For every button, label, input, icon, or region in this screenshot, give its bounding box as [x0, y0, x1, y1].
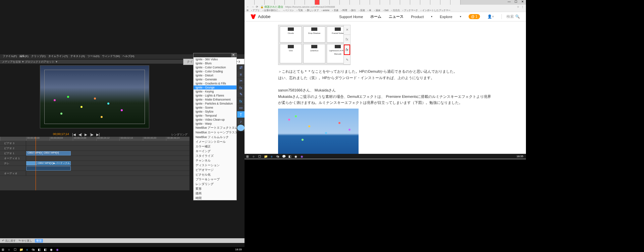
- close-icon[interactable]: ✕: [519, 0, 526, 5]
- nav-product[interactable]: Product: [411, 15, 424, 19]
- bookmark-item[interactable]: ▫ アプリ: [251, 9, 260, 12]
- fx-item[interactable]: NewBlue アートエフェクトエレメント: [194, 126, 236, 130]
- bookmark-item[interactable]: ▫ ブックマーク: [402, 9, 418, 12]
- bookmark-item[interactable]: ▫ Dell: [383, 9, 389, 11]
- close-icon[interactable]: ✕: [231, 53, 236, 57]
- nav-news[interactable]: ニュース: [389, 14, 404, 19]
- browser-tab[interactable]: [285, 0, 295, 5]
- windows-taskbar-right[interactable]: ⊞ ○ ☐ 📁 e 🛍 💬 ◧ ◉ ◉ 18:35: [245, 154, 526, 159]
- adjust-icon[interactable]: ✎: [237, 91, 245, 98]
- track-voice-label[interactable]: ナレ: [0, 161, 26, 166]
- titles-icon[interactable]: ≡: [237, 71, 245, 78]
- chat-icon[interactable]: 💬: [281, 154, 287, 159]
- menu-help[interactable]: ヘルプ(H): [121, 54, 136, 59]
- browser-tab[interactable]: [400, 0, 410, 5]
- menu-edit[interactable]: 編集(E): [18, 54, 30, 59]
- browser-tab[interactable]: [245, 0, 255, 5]
- bookmark-item[interactable]: ▫ 新しいタブ: [306, 9, 319, 12]
- adobe-logo[interactable]: Adobe: [251, 14, 271, 19]
- cortana-icon[interactable]: ○: [6, 247, 12, 252]
- browser-tab[interactable]: [430, 0, 440, 5]
- goto-end-button[interactable]: ▶|: [96, 133, 100, 136]
- app-icon[interactable]: ◧: [36, 247, 42, 252]
- search-box[interactable]: 検索 🔍: [501, 14, 520, 19]
- cortana-icon[interactable]: ○: [251, 154, 257, 159]
- browser-tab[interactable]: [305, 0, 315, 5]
- chrome-icon[interactable]: ◉: [48, 247, 54, 252]
- bookmark-item[interactable]: ▫ 温泉: [374, 9, 380, 12]
- browser-tab[interactable]: [265, 0, 275, 5]
- undo-button[interactable]: ↶ 元に戻す: [2, 239, 16, 243]
- fx-item[interactable]: ディストーション: [194, 163, 236, 168]
- store-icon[interactable]: 🛍: [30, 247, 36, 252]
- fx-item[interactable]: Ignite - Warp: [194, 122, 236, 126]
- explorer-icon[interactable]: 📁: [18, 247, 24, 252]
- fx-item[interactable]: Ignite - Grunge: [194, 85, 236, 89]
- browser-tab[interactable]: [255, 0, 265, 5]
- fx-item[interactable]: ビデオマージ: [194, 168, 236, 173]
- step-fwd-button[interactable]: |▶: [90, 133, 94, 136]
- time-ruler[interactable]: 00;00;00;00 00;00;08;04 00;00;16;08 00;0…: [0, 137, 190, 141]
- notification-badge[interactable]: @ 1: [469, 14, 480, 19]
- browser-tab[interactable]: [390, 0, 400, 5]
- bookmark-item[interactable]: ▫ adobe: [321, 9, 329, 11]
- browser-tab[interactable]: [320, 0, 330, 5]
- text-icon[interactable]: T: [237, 111, 245, 118]
- browser-tab[interactable]: [370, 0, 380, 5]
- browser-tab[interactable]: [340, 0, 350, 5]
- fx-item[interactable]: Ignite - Color Correction: [194, 65, 236, 69]
- browser-tab-active[interactable]: [315, 0, 320, 5]
- browser-tab[interactable]: [440, 0, 450, 5]
- track-v3-label[interactable]: ビデオ 3: [0, 141, 26, 145]
- fx2-icon[interactable]: fx: [237, 98, 245, 105]
- playhead[interactable]: [36, 137, 36, 190]
- minimize-icon[interactable]: —: [506, 0, 513, 5]
- fx-item[interactable]: スタイライズ: [194, 154, 236, 159]
- fx-item[interactable]: レンダリング: [194, 182, 236, 187]
- fx-item[interactable]: カラー補正: [194, 144, 236, 149]
- fx-item[interactable]: Ignite - Scene: [194, 106, 236, 110]
- bookmark-item[interactable]: ▫ 旅行: [350, 9, 356, 12]
- menu-window[interactable]: ウィンドウ(W): [101, 54, 121, 59]
- menu-text[interactable]: テキスト(X): [69, 54, 86, 59]
- fx-item[interactable]: Ignite - Blurs: [194, 61, 236, 65]
- back-icon[interactable]: ←: [247, 5, 249, 8]
- taskview-icon[interactable]: ☐: [257, 154, 263, 159]
- scissors-icon[interactable]: ✂: [237, 78, 245, 84]
- browser-tab[interactable]: [410, 0, 420, 5]
- fx-item[interactable]: Ignite - Temporal: [194, 114, 236, 118]
- fx-item[interactable]: Ignite - Keying: [194, 89, 236, 93]
- browser-tab[interactable]: [330, 0, 340, 5]
- goto-start-button[interactable]: |◀: [72, 133, 76, 136]
- render-button[interactable]: レンダリング: [171, 133, 187, 136]
- menu-tools[interactable]: ツール(O): [86, 54, 101, 59]
- fx-item[interactable]: 時間: [194, 196, 236, 200]
- menu-icon[interactable]: ⋮: [521, 5, 524, 8]
- nav-explore[interactable]: Explore: [440, 15, 452, 19]
- browser-tab[interactable]: [275, 0, 285, 5]
- start-icon[interactable]: ⊞: [245, 154, 251, 159]
- bookmark-item[interactable]: ▫ 車: [368, 9, 371, 12]
- bookmark-item[interactable]: ▫ パソコン: [283, 9, 294, 12]
- taskbar-clock[interactable]: 18:35: [235, 248, 245, 251]
- browser-tab[interactable]: [360, 0, 370, 5]
- chrome-icon[interactable]: ◉: [293, 154, 299, 159]
- fx-item[interactable]: Ignite - Distort: [194, 73, 236, 77]
- url-bar[interactable]: https://forums.adobe.com/thread/2456888: [285, 5, 515, 8]
- fx-item[interactable]: キーイング: [194, 149, 236, 154]
- start-icon[interactable]: ⊞: [0, 247, 6, 252]
- organizer-button[interactable]: 整理: [35, 239, 43, 243]
- nav-home[interactable]: ホーム: [370, 14, 381, 19]
- edge-icon[interactable]: e: [269, 154, 275, 159]
- browser-tab[interactable]: [450, 0, 461, 5]
- timeline-panel[interactable]: 00;00;00;00 00;00;08;04 00;00;16;08 00;0…: [0, 137, 190, 190]
- browser-tab[interactable]: [420, 0, 430, 5]
- pe-icon[interactable]: ◉: [54, 247, 60, 252]
- taskview-icon[interactable]: ☐: [12, 247, 18, 252]
- bookmark-item[interactable]: ▫ 写真: [297, 9, 303, 12]
- clip-fx-header[interactable]: [26, 161, 36, 166]
- bookmark-item[interactable]: ▫ 投資: [359, 9, 365, 12]
- reload-icon[interactable]: ⟳: [256, 5, 258, 8]
- fx-item[interactable]: ピクセル化: [194, 173, 236, 177]
- app-icon[interactable]: ◧: [287, 154, 293, 159]
